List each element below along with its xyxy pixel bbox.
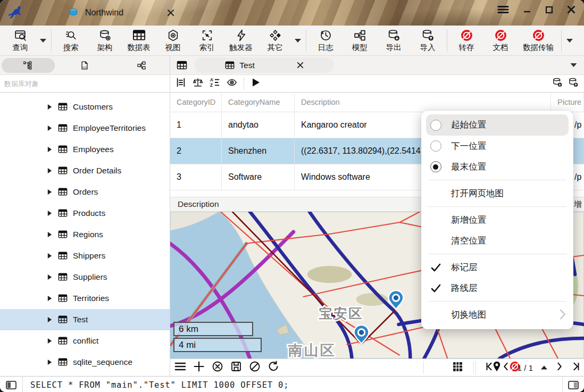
menu-item-add-position[interactable]: 新增位置: [421, 210, 573, 230]
sidebar-item-conflict[interactable]: conflict: [0, 330, 170, 352]
indexes-button[interactable]: 索引: [190, 27, 224, 54]
table-view-button[interactable]: [177, 60, 187, 71]
column-header-picture[interactable]: Picture: [551, 93, 584, 112]
first-page-button[interactable]: [485, 362, 494, 373]
cell-categoryname[interactable]: andytao: [222, 112, 295, 138]
sidebar-item-regions[interactable]: Regions: [0, 224, 170, 245]
sort-button[interactable]: AZ: [210, 77, 220, 90]
sidebar-item-products[interactable]: Products: [0, 203, 170, 224]
grid-menu-button[interactable]: [174, 361, 186, 374]
cell-categoryid[interactable]: 3: [170, 164, 222, 190]
discard-changes-button[interactable]: [249, 361, 261, 374]
delete-row-button[interactable]: [212, 361, 223, 374]
radio-next-position[interactable]: [430, 140, 441, 152]
data-transfer-button[interactable]: 数据传输: [518, 27, 559, 54]
menu-item-last-position[interactable]: 最末位置: [421, 156, 573, 177]
cell-categoryname[interactable]: Software: [222, 164, 295, 190]
add-position-hint[interactable]: 增: [574, 199, 582, 210]
database-window-tab[interactable]: Northwind: [63, 3, 180, 22]
last-page-button[interactable]: [571, 362, 581, 373]
title-bar[interactable]: Northwind: [0, 0, 584, 26]
tab-object-tree[interactable]: [2, 58, 55, 73]
minimize-icon[interactable]: [523, 5, 531, 14]
left-panel-toggle[interactable]: [0, 377, 23, 392]
sidebar-item-sqlite-sequence[interactable]: sqlite_sequence: [0, 352, 170, 373]
menu-item-clear-position[interactable]: 清空位置: [421, 230, 573, 251]
grid-display-mode-button[interactable]: [452, 361, 463, 374]
views-button[interactable]: 视图: [156, 27, 190, 54]
compare-button[interactable]: [193, 77, 203, 90]
close-window-icon[interactable]: [567, 5, 575, 14]
sidebar-item-employees[interactable]: Employees: [0, 139, 170, 160]
expand-triangle-icon[interactable]: [47, 168, 53, 174]
sidebar-item-shippers[interactable]: Shippers: [0, 245, 170, 266]
column-header-description[interactable]: Description: [295, 93, 551, 112]
docs-button[interactable]: 文档: [483, 27, 518, 54]
run-query-button[interactable]: [251, 77, 261, 90]
expand-triangle-icon[interactable]: [47, 189, 53, 195]
expand-triangle-icon[interactable]: [47, 210, 53, 216]
column-header-categoryname[interactable]: CategoryName: [222, 93, 295, 112]
expand-triangle-icon[interactable]: [47, 231, 53, 238]
add-row-button[interactable]: [193, 361, 205, 374]
expand-triangle-icon[interactable]: [47, 316, 53, 323]
sidebar-item-employeeterritories[interactable]: EmployeeTerritories: [0, 118, 170, 139]
expand-triangle-icon[interactable]: [47, 295, 53, 302]
expand-triangle-icon[interactable]: [47, 338, 53, 344]
tab-list-dropdown-arrow[interactable]: [570, 61, 578, 70]
sidebar-item-test[interactable]: Test: [0, 309, 170, 330]
model-button[interactable]: 模型: [343, 27, 377, 54]
expand-triangle-icon[interactable]: [47, 359, 53, 365]
tables-button[interactable]: 数据表: [122, 27, 156, 54]
radio-last-position-selected[interactable]: [430, 161, 441, 172]
sidebar-item-customers[interactable]: Customers: [0, 96, 170, 118]
menu-item-switch-map[interactable]: 切换地图: [421, 304, 573, 325]
cell-categoryid[interactable]: 1: [170, 112, 222, 138]
sidebar-item-order-details[interactable]: Order Details: [0, 160, 170, 181]
menu-item-route-layer[interactable]: 路线层: [421, 278, 573, 298]
expand-triangle-icon[interactable]: [47, 274, 53, 280]
prev-page-button[interactable]: [502, 362, 510, 373]
sidebar-item-orders[interactable]: Orders: [0, 181, 170, 203]
tab-diagram[interactable]: [115, 58, 168, 73]
window-menu-icon[interactable]: [497, 5, 509, 14]
sidebar-item-territories[interactable]: Territories: [0, 288, 170, 309]
menu-item-next-position[interactable]: 下一位置: [421, 136, 573, 156]
sidebar-item-suppliers[interactable]: Suppliers: [0, 266, 170, 288]
dump-button[interactable]: 转存: [449, 27, 483, 54]
current-sql-query[interactable]: SELECT * FROM "main"."Test" LIMIT 1000 O…: [23, 377, 562, 392]
preview-button[interactable]: [227, 77, 237, 90]
export-data-button[interactable]: [552, 77, 563, 90]
expand-triangle-icon[interactable]: [47, 253, 53, 259]
radio-start-position[interactable]: [430, 120, 441, 131]
save-changes-button[interactable]: [230, 361, 242, 374]
import-button[interactable]: 导入: [411, 27, 445, 54]
maximize-icon[interactable]: [545, 6, 553, 14]
form-view-button[interactable]: [176, 77, 186, 90]
export-button[interactable]: 导出: [377, 27, 411, 54]
menu-item-start-position[interactable]: 起始位置: [426, 114, 569, 136]
log-button[interactable]: 日志: [308, 27, 343, 54]
query-button[interactable]: 查询: [3, 27, 37, 54]
test-tab-close-icon[interactable]: [297, 62, 304, 69]
right-panel-toggle[interactable]: [562, 377, 584, 392]
refresh-button[interactable]: [268, 361, 279, 374]
cell-categoryid[interactable]: 2: [170, 138, 222, 164]
search-button[interactable]: 搜索: [54, 27, 88, 54]
expand-triangle-icon[interactable]: [47, 104, 53, 110]
page-up-button[interactable]: [540, 363, 548, 372]
test-table-tab[interactable]: Test: [195, 57, 334, 73]
tab-sql-editor[interactable]: SQL: [58, 58, 111, 73]
cell-categoryname[interactable]: Shenzhen: [222, 138, 295, 164]
object-search-input[interactable]: [0, 75, 170, 92]
schema-button[interactable]: 架构: [88, 27, 122, 54]
next-page-button[interactable]: [555, 362, 564, 373]
import-data-button[interactable]: [568, 77, 579, 90]
triggers-button[interactable]: 触发器: [224, 27, 258, 54]
column-header-categoryid[interactable]: CategoryID: [170, 93, 222, 112]
query-dropdown-arrow[interactable]: [37, 27, 49, 54]
menu-item-marker-layer[interactable]: 标记层: [421, 257, 573, 278]
others-dropdown-arrow[interactable]: [292, 27, 304, 54]
database-tab-close-icon[interactable]: [167, 9, 174, 16]
toolbar-overflow-arrow[interactable]: [564, 27, 575, 54]
